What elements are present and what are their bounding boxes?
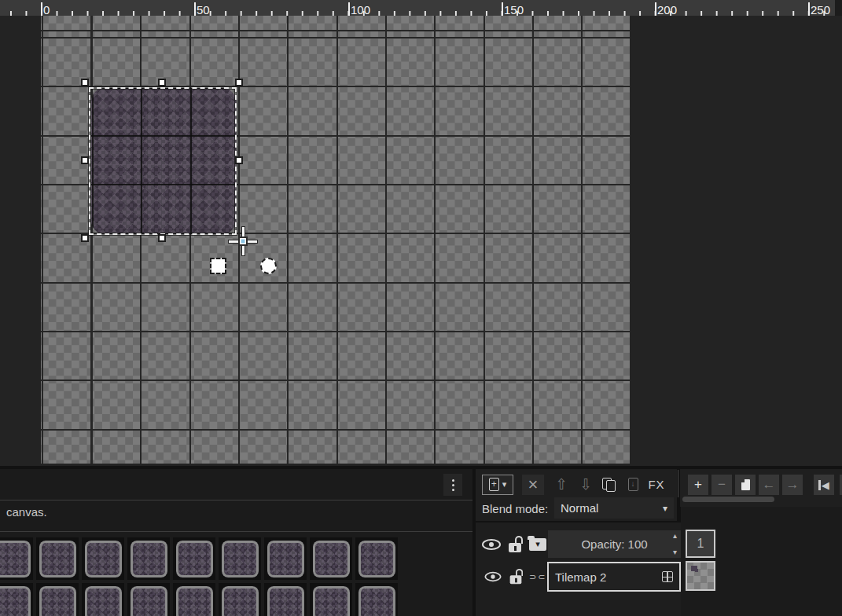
fx-icon: FX xyxy=(648,478,664,491)
toggle-all-visibility-eye-icon[interactable] xyxy=(482,539,501,550)
arrow-left-icon: ← xyxy=(763,477,776,493)
tileset-menu-button[interactable] xyxy=(443,474,462,496)
add-frame-button[interactable]: + xyxy=(688,475,708,495)
rotate-gizmo[interactable] xyxy=(260,258,277,274)
tileset-tile[interactable] xyxy=(173,583,215,616)
pivot-square[interactable] xyxy=(238,236,248,246)
tileset-tile[interactable] xyxy=(264,583,307,616)
blend-mode-label: Blend mode: xyxy=(482,502,548,515)
layer-tools-panel: + ▾ × ⇧ ⇩ ↓ FX Blend mode: Normal ▾ xyxy=(476,469,677,521)
frame-1-button[interactable]: 1 xyxy=(686,530,715,558)
kebab-menu-icon xyxy=(452,479,454,491)
tile-image xyxy=(313,541,350,578)
selection-handle[interactable] xyxy=(81,234,89,242)
tile-image xyxy=(39,541,76,578)
tileset-tile[interactable] xyxy=(219,537,261,580)
tile-image xyxy=(176,541,213,578)
clone-layer-button[interactable] xyxy=(598,475,620,495)
delete-icon: × xyxy=(528,475,539,495)
move-layer-down-button[interactable]: ⇩ xyxy=(575,475,597,495)
pixel-editor-window: 050100150200250 canvas. + ▾ × ⇧ xyxy=(0,0,842,616)
tileset-tile[interactable] xyxy=(36,537,79,580)
link-cels-icon[interactable]: ⊃⊂ xyxy=(529,572,546,582)
tile-image xyxy=(131,586,167,616)
merge-down-button[interactable]: ↓ xyxy=(622,475,644,495)
delete-layer-button[interactable]: × xyxy=(522,475,544,495)
selection-marquee xyxy=(89,87,237,235)
tile-image xyxy=(39,586,76,616)
clone-icon xyxy=(602,478,616,492)
move-layer-up-button[interactable]: ⇧ xyxy=(550,475,572,495)
opacity-value: Opacity: 100 xyxy=(581,537,647,551)
tileset-tile[interactable] xyxy=(219,583,261,616)
copy-frame-icon xyxy=(741,479,750,490)
blend-mode-dropdown[interactable]: Normal ▾ xyxy=(554,497,674,519)
spin-up-icon: ▴ xyxy=(673,532,677,540)
ruler-tick-label: 0 xyxy=(43,3,50,16)
ruler-tick-label: 50 xyxy=(197,3,210,16)
add-layer-button[interactable]: + ▾ xyxy=(482,475,513,495)
cel-thumbnail[interactable] xyxy=(686,561,715,591)
canvas[interactable] xyxy=(41,16,630,464)
move-frame-right-button[interactable]: → xyxy=(782,475,803,495)
tilemap-layer-icon xyxy=(662,571,673,582)
expand-groups-icon[interactable]: ▾ xyxy=(529,538,546,551)
arrow-down-icon: ⇩ xyxy=(579,475,592,493)
tile-image xyxy=(85,541,122,578)
merge-down-icon: ↓ xyxy=(628,478,638,491)
spinner-arrows[interactable]: ▴ ▾ xyxy=(673,532,677,556)
selection-handle[interactable] xyxy=(235,156,243,164)
chevron-down-icon: ▾ xyxy=(502,479,507,490)
selection-handle[interactable] xyxy=(158,79,166,86)
skip-to-start-icon: ◀ xyxy=(818,479,829,491)
horizontal-ruler[interactable]: 050100150200250 xyxy=(0,0,842,16)
tileset-tile[interactable] xyxy=(355,583,398,616)
spin-down-icon: ▾ xyxy=(673,548,677,556)
tile-image xyxy=(358,586,395,616)
tileset-tile[interactable] xyxy=(36,583,79,616)
ruler-tick: 0 xyxy=(41,2,42,16)
tileset-tile[interactable] xyxy=(173,537,215,580)
ruler-tick-label: 100 xyxy=(351,3,370,16)
tile-image xyxy=(267,586,304,616)
divider xyxy=(0,500,472,500)
tile-image xyxy=(222,541,259,578)
tileset-tile[interactable] xyxy=(82,583,124,616)
selection-handle[interactable] xyxy=(81,79,89,86)
scale-gizmo[interactable] xyxy=(210,258,226,274)
remove-frame-button[interactable]: − xyxy=(711,475,732,495)
tileset-tile[interactable] xyxy=(0,537,33,580)
tileset-tile[interactable] xyxy=(127,583,170,616)
opacity-spinbox[interactable]: Opacity: 100 ▴ ▾ xyxy=(548,530,681,558)
tileset-tile[interactable] xyxy=(127,537,170,580)
layer-visibility-eye-icon[interactable] xyxy=(484,572,501,581)
new-layer-icon: + xyxy=(489,478,499,491)
tile-image xyxy=(176,586,213,616)
frame-tools-panel: + − ← → ◀ xyxy=(680,469,842,507)
frame-number: 1 xyxy=(697,537,704,551)
tile-image xyxy=(267,541,304,578)
plus-icon: + xyxy=(694,477,702,493)
selection-handle[interactable] xyxy=(81,156,89,164)
layer-name: Tilemap 2 xyxy=(555,570,606,584)
move-frame-left-button[interactable]: ← xyxy=(759,475,779,495)
tileset-tile[interactable] xyxy=(264,537,307,580)
go-to-first-frame-button[interactable]: ◀ xyxy=(814,475,834,495)
tileset-tile[interactable] xyxy=(82,537,124,580)
timeline-scrollbar[interactable] xyxy=(682,497,774,502)
tileset-tile[interactable] xyxy=(310,583,352,616)
clone-frame-button[interactable] xyxy=(735,475,756,495)
selection-handle[interactable] xyxy=(158,234,166,242)
tileset-tile[interactable] xyxy=(0,583,33,616)
selection-handle[interactable] xyxy=(235,79,243,86)
tile-image xyxy=(131,541,167,578)
arrow-up-icon: ⇧ xyxy=(555,475,568,493)
tileset-tile[interactable] xyxy=(310,537,352,580)
layer-lock-icon[interactable] xyxy=(509,568,523,585)
lock-icon[interactable] xyxy=(507,535,523,554)
layer-fx-button[interactable]: FX xyxy=(645,475,667,495)
tile-image xyxy=(0,586,31,616)
blend-mode-value: Normal xyxy=(561,501,598,515)
tileset-tile[interactable] xyxy=(355,537,398,580)
layer-name-field[interactable]: Tilemap 2 xyxy=(547,562,681,592)
